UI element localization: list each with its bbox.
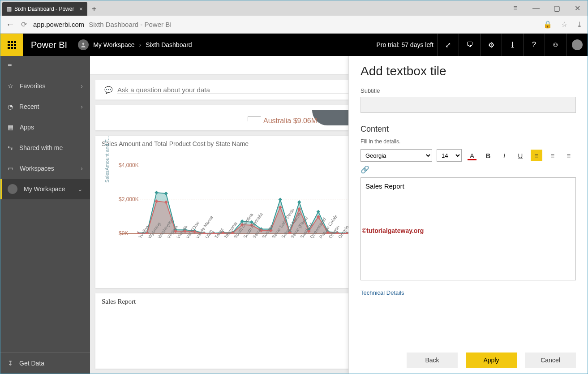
- back-icon[interactable]: ←: [6, 19, 15, 30]
- crumb-dashboard[interactable]: Sixth Dashboard: [146, 41, 192, 48]
- pbi-header: Power BI My Workspace › Sixth Dashboard …: [0, 34, 588, 56]
- content-hint: Fill in the details.: [361, 138, 576, 145]
- maximize-icon[interactable]: ▢: [546, 0, 567, 16]
- nav-get-data[interactable]: ↧ Get Data: [0, 353, 90, 374]
- y-axis-label: SalesAmount and T...: [104, 136, 110, 183]
- lock-icon: 🔒: [543, 20, 552, 29]
- download-icon[interactable]: ⤓: [576, 20, 582, 29]
- person-icon: [78, 39, 89, 50]
- chevron-down-icon: ⌄: [77, 185, 83, 193]
- tab-title: Sixth Dashboard - Power: [14, 6, 74, 12]
- chevron-right-icon: ›: [139, 41, 141, 48]
- person-icon: [8, 184, 17, 194]
- address-bar: ← ⟳ app.powerbi.com Sixth Dashboard - Po…: [0, 16, 588, 34]
- browser-tab-strip: ▥ Sixth Dashboard - Power × + ≡ — ▢ ✕: [0, 0, 588, 16]
- nav-favorites[interactable]: ☆ Favorites ›: [0, 76, 90, 96]
- subtitle-label: Subtitle: [361, 87, 576, 94]
- svg-rect-18: [297, 200, 301, 204]
- minimize-icon[interactable]: —: [526, 0, 546, 16]
- url-host: app.powerbi.com: [33, 21, 84, 28]
- settings-icon[interactable]: ⚙: [480, 34, 502, 56]
- breadcrumb: My Workspace › Sixth Dashboard: [78, 39, 192, 50]
- nav-label: Favorites: [20, 82, 46, 90]
- url-field[interactable]: app.powerbi.com Sixth Dashboard - Power …: [33, 21, 537, 28]
- favorite-icon[interactable]: ☆: [561, 20, 567, 29]
- donut-label: Australia $9.06M: [248, 117, 317, 125]
- technical-details-link[interactable]: Technical Details: [361, 289, 576, 296]
- svg-point-0: [82, 43, 85, 45]
- back-button[interactable]: Back: [407, 353, 458, 368]
- star-icon: ☆: [8, 82, 13, 90]
- cancel-button[interactable]: Cancel: [525, 353, 576, 368]
- account-avatar[interactable]: [566, 34, 588, 56]
- nav-shared[interactable]: ⇆ Shared with me: [0, 138, 90, 158]
- trial-status: Pro trial: 57 days left: [376, 41, 437, 48]
- nav-label: Workspaces: [20, 165, 54, 172]
- nav-recent[interactable]: ◔ Recent ›: [0, 96, 90, 117]
- nav-label: Recent: [19, 103, 39, 110]
- align-left-button[interactable]: ≡: [531, 150, 542, 161]
- italic-button[interactable]: I: [498, 150, 510, 161]
- clock-icon: ◔: [8, 103, 13, 110]
- apps-icon: ▦: [8, 124, 13, 131]
- nav-label: Get Data: [19, 360, 44, 367]
- nav-workspaces[interactable]: ▭ Workspaces ›: [0, 158, 90, 179]
- watermark: ©tutorialgateway.org: [362, 227, 424, 234]
- font-size-select[interactable]: 14: [437, 149, 462, 162]
- editor-text: Sales Report: [365, 182, 404, 190]
- crumb-workspace[interactable]: My Workspace: [93, 41, 134, 48]
- chat-icon: 💬: [104, 86, 113, 94]
- underline-button[interactable]: U: [515, 150, 526, 161]
- comments-icon[interactable]: 🗨: [459, 34, 480, 56]
- nav-label: Apps: [20, 124, 34, 131]
- font-color-button[interactable]: A: [466, 150, 478, 161]
- close-window-icon[interactable]: ✕: [567, 0, 588, 16]
- browser-tab[interactable]: ▥ Sixth Dashboard - Power ×: [2, 2, 87, 16]
- share-icon: ⇆: [8, 144, 13, 151]
- menu-icon[interactable]: ≡: [505, 0, 526, 16]
- app-launcher-icon[interactable]: [0, 34, 23, 56]
- new-tab-button[interactable]: +: [87, 2, 101, 16]
- close-icon[interactable]: ×: [79, 5, 83, 13]
- chart-icon: ▥: [7, 6, 12, 12]
- add-textbox-panel: Add textbox tile Subtitle Content Fill i…: [348, 56, 588, 374]
- fullscreen-icon[interactable]: ⤢: [437, 34, 459, 56]
- svg-rect-16: [279, 198, 282, 201]
- bold-button[interactable]: B: [482, 150, 494, 161]
- hyperlink-button[interactable]: 🔗: [361, 165, 576, 174]
- url-title: Sixth Dashboard - Power BI: [89, 21, 172, 28]
- help-icon[interactable]: ?: [523, 34, 545, 56]
- svg-rect-20: [317, 210, 320, 213]
- chevron-right-icon: ›: [81, 165, 83, 172]
- nav-label: My Workspace: [24, 185, 65, 193]
- y-tick: $4,000K: [119, 162, 139, 168]
- apply-button[interactable]: Apply: [466, 353, 517, 368]
- brand-label: Power BI: [31, 40, 67, 50]
- nav-toggle-icon[interactable]: ≡: [0, 56, 90, 76]
- refresh-icon[interactable]: ⟳: [21, 20, 27, 29]
- subtitle-input[interactable]: [361, 97, 576, 113]
- download-icon[interactable]: ⭳: [502, 34, 523, 56]
- content-editor[interactable]: Sales Report ©tutorialgateway.org: [361, 177, 576, 280]
- feedback-icon[interactable]: ☺: [545, 34, 566, 56]
- panel-footer: Back Apply Cancel: [349, 346, 588, 374]
- nav-my-workspace[interactable]: My Workspace ⌄: [0, 179, 90, 199]
- font-family-select[interactable]: Georgia: [361, 149, 432, 162]
- align-right-button[interactable]: ≡: [563, 150, 575, 161]
- workspace-icon: ▭: [8, 165, 13, 172]
- content-heading: Content: [361, 125, 576, 134]
- nav-apps[interactable]: ▦ Apps: [0, 117, 90, 138]
- rich-text-toolbar: Georgia 14 A B I U ≡ ≡ ≡: [361, 149, 576, 162]
- chevron-right-icon: ›: [81, 82, 83, 90]
- nav-label: Shared with me: [19, 144, 63, 151]
- align-center-button[interactable]: ≡: [547, 150, 558, 161]
- panel-title: Add textbox tile: [361, 64, 576, 78]
- chevron-right-icon: ›: [81, 103, 83, 110]
- y-tick: $2,000K: [119, 196, 139, 202]
- get-data-icon: ↧: [8, 360, 13, 367]
- left-nav: ≡ ☆ Favorites › ◔ Recent › ▦ Apps ⇆ Shar…: [0, 56, 90, 374]
